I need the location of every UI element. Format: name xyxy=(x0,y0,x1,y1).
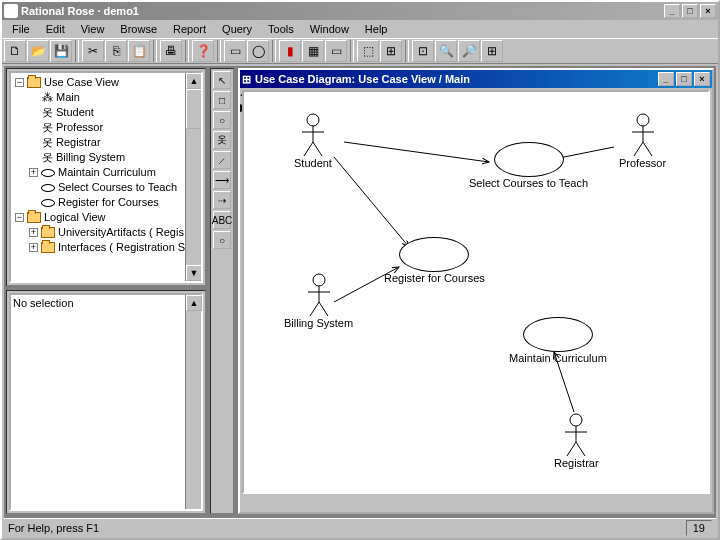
browse-usecase-icon[interactable]: ◯ xyxy=(247,40,269,62)
tree-item[interactable]: Maintain Curriculum xyxy=(58,165,156,180)
usecase-register[interactable]: Register for Courses xyxy=(384,237,485,284)
open-icon[interactable]: 📂 xyxy=(27,40,49,62)
tree-usecase-view[interactable]: Use Case View xyxy=(44,75,119,90)
scroll-up-icon[interactable]: ▲ xyxy=(186,295,202,311)
menu-browse[interactable]: Browse xyxy=(112,21,165,37)
usecase-select-courses[interactable]: Select Courses to Teach xyxy=(469,142,588,189)
tree-vscrollbar[interactable]: ▲ ▼ xyxy=(185,73,201,281)
menu-query[interactable]: Query xyxy=(214,21,260,37)
usecase-icon xyxy=(41,199,55,207)
note-tool-icon[interactable]: □ xyxy=(213,91,231,109)
properties-box: No selection ▲ xyxy=(9,293,203,511)
actor-label: Professor xyxy=(619,157,666,169)
scroll-thumb[interactable] xyxy=(186,89,202,129)
pointer-tool-icon[interactable]: ↖ xyxy=(213,71,231,89)
copy-icon[interactable]: ⎘ xyxy=(105,40,127,62)
svg-line-13 xyxy=(634,142,643,156)
scroll-down-icon[interactable]: ▼ xyxy=(186,265,202,281)
tree-item[interactable]: Registrar xyxy=(56,135,101,150)
svg-point-5 xyxy=(307,114,319,126)
menu-file[interactable]: File xyxy=(4,21,38,37)
close-button[interactable]: × xyxy=(700,4,716,18)
tree-logical-view[interactable]: Logical View xyxy=(44,210,106,225)
diagram-close-button[interactable]: × xyxy=(694,72,710,86)
expand-icon[interactable]: + xyxy=(29,168,38,177)
menu-window[interactable]: Window xyxy=(302,21,357,37)
svg-line-18 xyxy=(310,302,319,316)
tree-item[interactable]: Select Courses to Teach xyxy=(58,180,177,195)
tree-item[interactable]: Professor xyxy=(56,120,103,135)
actor-billing[interactable]: Billing System xyxy=(284,272,353,329)
tree-item[interactable]: Register for Courses xyxy=(58,195,159,210)
tree-item[interactable]: Main xyxy=(56,90,80,105)
svg-line-1 xyxy=(344,142,489,162)
unidir-tool-icon[interactable]: ⟶ xyxy=(213,171,231,189)
maximize-button[interactable]: □ xyxy=(682,4,698,18)
tool-b-icon[interactable]: ▦ xyxy=(302,40,324,62)
depend-tool-icon[interactable]: ⇢ xyxy=(213,191,231,209)
properties-panel: No selection ▲ xyxy=(6,290,206,514)
new-icon[interactable]: 🗋 xyxy=(4,40,26,62)
usecase-label: Maintain Curriculum xyxy=(509,352,607,364)
svg-line-8 xyxy=(304,142,313,156)
tree-item[interactable]: Billing System xyxy=(56,150,125,165)
actor-icon: 옷 xyxy=(41,135,53,150)
collapse-icon[interactable]: − xyxy=(15,78,24,87)
toolbar: 🗋 📂 💾 ✂ ⎘ 📋 🖶 ❓ ▭ ◯ ▮ ▦ ▭ ⬚ ⊞ ⊡ 🔍 🔎 ⊞ xyxy=(2,38,718,64)
usecase-window-icon: ⊞ xyxy=(242,73,251,86)
collapse-icon[interactable]: − xyxy=(15,213,24,222)
menubar: File Edit View Browse Report Query Tools… xyxy=(2,20,718,38)
menu-report[interactable]: Report xyxy=(165,21,214,37)
browse-class-icon[interactable]: ▭ xyxy=(224,40,246,62)
diagram-minimize-button[interactable]: _ xyxy=(658,72,674,86)
actor-student[interactable]: Student xyxy=(294,112,332,169)
help-context-icon[interactable]: ❓ xyxy=(192,40,214,62)
tool-a-icon[interactable]: ▮ xyxy=(279,40,301,62)
usecase-icon xyxy=(41,184,55,192)
scroll-up-icon[interactable]: ▲ xyxy=(186,73,202,89)
paste-icon[interactable]: 📋 xyxy=(128,40,150,62)
zoom-out-icon[interactable]: 🔎 xyxy=(458,40,480,62)
tool-e-icon[interactable]: ⊞ xyxy=(380,40,402,62)
browser-panel: −Use Case View ⁂Main 옷Student 옷Professor… xyxy=(6,68,206,286)
actor-tool-icon[interactable]: 옷 xyxy=(213,131,231,149)
print-icon[interactable]: 🖶 xyxy=(160,40,182,62)
tree-item[interactable]: Student xyxy=(56,105,94,120)
no-selection-text: No selection xyxy=(13,297,74,309)
menu-help[interactable]: Help xyxy=(357,21,396,37)
diagram-maximize-button[interactable]: □ xyxy=(676,72,692,86)
menu-view[interactable]: View xyxy=(73,21,113,37)
text-tool-icon[interactable]: ABC xyxy=(213,211,231,229)
titlebar[interactable]: Rational Rose · demo1 _ □ × xyxy=(2,2,718,20)
usecase-tool-icon[interactable]: ○ xyxy=(213,111,231,129)
status-help-text: For Help, press F1 xyxy=(8,522,99,534)
menu-tools[interactable]: Tools xyxy=(260,21,302,37)
tree-item[interactable]: UniversityArtifacts ( Regis xyxy=(58,225,184,240)
diagram-canvas[interactable]: Student Professor Billing System Registr… xyxy=(242,90,710,494)
tree-item[interactable]: Interfaces ( Registration S xyxy=(58,240,185,255)
svg-line-14 xyxy=(643,142,652,156)
tool-d-icon[interactable]: ⬚ xyxy=(357,40,379,62)
tool-f-icon[interactable]: ⊞ xyxy=(481,40,503,62)
menu-edit[interactable]: Edit xyxy=(38,21,73,37)
actor-icon: 옷 xyxy=(41,150,53,165)
diagram-window: ⊞ Use Case Diagram: Use Case View / Main… xyxy=(238,68,714,514)
svg-point-10 xyxy=(637,114,649,126)
tree-view[interactable]: −Use Case View ⁂Main 옷Student 옷Professor… xyxy=(9,71,203,283)
cut-icon[interactable]: ✂ xyxy=(82,40,104,62)
oval-tool-icon[interactable]: ○ xyxy=(213,231,231,249)
diagram-titlebar[interactable]: ⊞ Use Case Diagram: Use Case View / Main… xyxy=(240,70,712,88)
save-icon[interactable]: 💾 xyxy=(50,40,72,62)
association-tool-icon[interactable]: ⟋ xyxy=(213,151,231,169)
expand-icon[interactable]: + xyxy=(29,243,38,252)
usecase-maintain[interactable]: Maintain Curriculum xyxy=(509,317,607,364)
actor-professor[interactable]: Professor xyxy=(619,112,666,169)
zoom-in-icon[interactable]: 🔍 xyxy=(435,40,457,62)
expand-icon[interactable]: + xyxy=(29,228,38,237)
props-vscrollbar[interactable]: ▲ xyxy=(185,295,201,509)
actor-registrar[interactable]: Registrar xyxy=(554,412,599,469)
minimize-button[interactable]: _ xyxy=(664,4,680,18)
svg-line-0 xyxy=(334,157,409,247)
zoom-fit-icon[interactable]: ⊡ xyxy=(412,40,434,62)
tool-c-icon[interactable]: ▭ xyxy=(325,40,347,62)
